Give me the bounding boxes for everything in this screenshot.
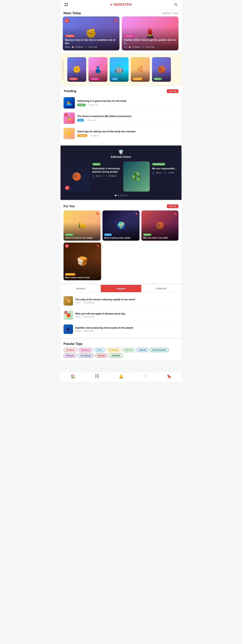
top-categories-label: TOP CATAGORIES [61, 60, 64, 79]
popular-title-1: Why you will eat apple & banana every da… [75, 312, 178, 315]
meta-dot-2 [89, 135, 89, 136]
for-you-wide-card[interactable]: 🍞 🔖 LIFESTYLE Make yummy toast in home [64, 242, 101, 280]
trending-item-2[interactable]: ☀️ Some tips for taking care of the body… [64, 126, 178, 141]
tag-sports[interactable]: #Sports [122, 348, 135, 352]
category-sports[interactable]: 🏀 Sports [152, 57, 171, 82]
for-you-card-2[interactable]: 🏀 🔖 SPORTS WBL was held in June 2020 [142, 210, 178, 241]
nav-bookmarks[interactable]: 🔖 [167, 374, 172, 379]
popular-dot-0 [82, 302, 82, 303]
trending-item-1[interactable]: 🚁 The drone is banned in BD without perm… [64, 110, 178, 126]
tag-lifestyle[interactable]: #Lifestyle [106, 348, 121, 352]
dot-1[interactable] [117, 194, 119, 196]
tag-people[interactable]: #People [64, 354, 76, 358]
editorial-card-0[interactable]: 🏀 Sports Basketball is becoming popular … [64, 162, 120, 192]
popular-thumb-0: 🐪 [64, 296, 73, 306]
hero-card-content-0: Politics Massive riots in the city to es… [63, 32, 119, 50]
hero-card-1[interactable]: 💄 Fashion Fashion 2020: How to get the g… [122, 16, 178, 50]
search-button[interactable] [173, 2, 178, 7]
for-you-card-0[interactable]: 🍋 🔖 HEALTH Lemon is useful to lose weigh… [64, 210, 100, 241]
category-badge-sports: Sports [154, 78, 162, 80]
trending-meta-0: Sports 02 Jun 20 [77, 104, 178, 106]
svg-rect-13 [95, 376, 97, 378]
dot-4[interactable] [126, 194, 127, 196]
tag-fashion[interactable]: #Fashion [78, 348, 92, 352]
svg-marker-10 [65, 312, 66, 313]
editorial-header: 🛡️ Editorial Choice [61, 149, 181, 158]
dot-2[interactable] [120, 194, 122, 196]
grid-icon[interactable] [64, 2, 69, 7]
header-left-icons [64, 2, 69, 7]
nav-home[interactable]: 🏠 [70, 374, 75, 379]
dot-0[interactable] [115, 194, 116, 196]
for-you-wide-bookmark[interactable]: 🔖 [96, 244, 100, 247]
category-badge-tech: Tech [111, 78, 118, 80]
editorial-play-0[interactable] [65, 186, 70, 190]
editorial-author-1: Nazrul [156, 172, 161, 174]
trending-thumb-2: ☀️ [64, 128, 75, 139]
app-header: ● NEWSTEN [61, 0, 181, 9]
hero-card-0[interactable]: ✊ 🔖 Politics Massive riots in the city t… [63, 16, 119, 50]
tag-health[interactable]: #Health [95, 354, 108, 358]
editorial-card-1[interactable]: ♻️ Environment We are responsible… 👤 Naz… [123, 162, 180, 192]
for-you-wide-play[interactable] [65, 244, 69, 248]
popular-meta-1: Habits 8 Comments [75, 316, 178, 318]
trending-info-2: Some tips for taking care of the body th… [77, 130, 178, 137]
tag-scisports[interactable]: #SciSports [78, 354, 94, 358]
for-you-view-all[interactable]: View All [167, 204, 178, 208]
for-you-badge-2: SPORTS [143, 234, 152, 236]
categories-scroll: ✊ Politics 👗 Fashion 🤖 Tech 🍕 Lifestyle … [61, 57, 181, 82]
popular-meta-2: Planet 4 Comments [75, 330, 178, 332]
category-lifestyle[interactable]: 🍕 Lifestyle [131, 57, 150, 82]
editorial-card-meta-1: 👤 Nazrul • ⏱ 16 Mar [152, 172, 180, 174]
popular-comments-0: 3 Comments [84, 302, 94, 304]
hero-badge-0: Politics [65, 34, 75, 37]
for-you-bookmark-0[interactable]: 🔖 [96, 212, 99, 215]
trending-date-0: 02 Jun 20 [89, 104, 98, 106]
trending-view-all[interactable]: View All [167, 89, 178, 93]
nav-favorites[interactable]: ♡ [144, 374, 147, 379]
editorial-card-content-0: Sports Basketball is becoming popular yo… [92, 162, 120, 192]
tab-popular[interactable]: Popular [101, 285, 141, 292]
category-fashion[interactable]: 👗 Fashion [88, 57, 107, 82]
hero-play-button-0[interactable] [65, 18, 69, 23]
tab-newest[interactable]: Newest [61, 285, 101, 292]
popular-title-0: The ship of the desert reducing rapidly … [75, 298, 178, 301]
trending-tag-1: Tech [77, 119, 84, 122]
home-icon: 🏠 [70, 374, 75, 378]
popular-info-2: Satellite now producing more waste on th… [75, 326, 178, 332]
for-you-bookmark-2[interactable]: 🔖 [174, 212, 177, 215]
tag-wildlife[interactable]: #Wildlife [109, 354, 123, 358]
popular-thumb-1: 🍎 [64, 310, 73, 320]
popular-item-2[interactable]: 🛰 Satellite now producing more waste on … [64, 322, 178, 336]
nav-categories[interactable] [95, 374, 99, 379]
category-politics[interactable]: ✊ Politics [67, 57, 86, 82]
trending-thumb-1: 🚁 [64, 112, 75, 124]
for-you-card-title-0: Lemon is useful to lose weight [65, 237, 99, 239]
category-tech[interactable]: 🤖 Tech [110, 57, 129, 82]
hero-bookmark-0[interactable]: 🔖 [114, 18, 117, 22]
nav-notifications[interactable]: 🔔 [119, 374, 124, 379]
svg-rect-12 [97, 374, 99, 376]
trending-item-0[interactable]: 🏊 Swimming is a good exercise for the bo… [64, 95, 178, 110]
svg-rect-14 [97, 376, 99, 378]
editorial-card-title-0: Basketball is becoming popular young peo… [92, 167, 120, 174]
tag-environment[interactable]: #Environment [150, 348, 169, 352]
popular-info-1: Why you will eat apple & banana every da… [75, 312, 178, 318]
hero-title-1: Fashion 2020: How to get the golden skin… [124, 38, 176, 45]
for-you-card-1[interactable]: 🌍 🔖 WORLD World is getting warm rapidly [102, 210, 140, 241]
tag-tech[interactable]: #Tech [94, 348, 105, 352]
popular-item-0[interactable]: 🐪 The ship of the desert reducing rapidl… [64, 294, 178, 308]
hero-title-0: Massive riots in the city to establish r… [65, 38, 117, 45]
tab-featured[interactable]: Featured [141, 285, 181, 292]
bottom-nav: 🏠 🔔 ♡ 🔖 [61, 372, 181, 382]
trending-item-title-1: The drone is banned in BD without permis… [77, 115, 178, 118]
editorial-section: 🛡️ Editorial Choice 🏀 Sports Basketball … [61, 146, 181, 200]
tag-world[interactable]: #World [137, 348, 148, 352]
popular-item-1[interactable]: 🍎 Why you will eat apple & banana every … [64, 308, 178, 322]
editorial-slides: 🏀 Sports Basketball is becoming popular … [61, 162, 181, 192]
tag-politics[interactable]: #Politics [64, 348, 77, 352]
dot-3[interactable] [123, 194, 125, 196]
svg-rect-2 [65, 5, 66, 6]
for-you-bookmark-1[interactable]: 🔖 [135, 212, 138, 215]
category-badge-fashion: Fashion [90, 78, 100, 80]
